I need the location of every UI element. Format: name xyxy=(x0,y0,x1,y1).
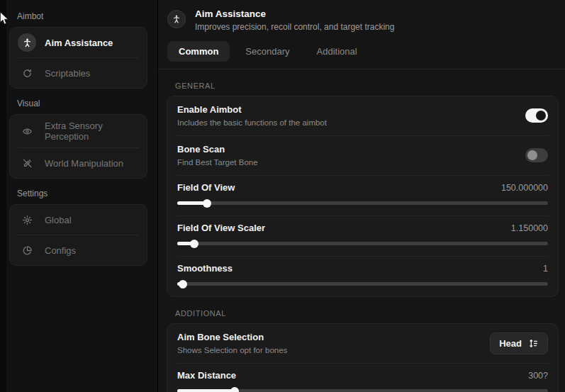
setting-value: 300? xyxy=(528,371,548,381)
setting-description: Shows Selection opt for bones xyxy=(177,346,287,354)
sidebar-group: Extra Sensory PerceptionWorld Manipulati… xyxy=(9,114,147,179)
left-edge-strip xyxy=(0,0,6,392)
sidebar-item-aim-assistance[interactable]: Aim Assistance xyxy=(10,28,147,57)
setting-title: Bone Scan xyxy=(177,144,258,155)
sidebar-item-label: World Manipulation xyxy=(45,158,123,169)
sidebar-item-label: Configs xyxy=(45,245,76,256)
sidebar-item-label: Aim Assistance xyxy=(45,38,113,48)
rotate-icon xyxy=(18,64,36,82)
section-label: ADDITIONAL xyxy=(175,309,559,318)
tab-secondary[interactable]: Secondary xyxy=(234,41,301,62)
aim-person-icon xyxy=(18,33,36,52)
sidebar-item-global[interactable]: Global xyxy=(10,205,147,235)
setting-row-field-of-view-scaler: Field Of View Scaler1.150000 xyxy=(167,216,558,256)
setting-row-smoothness: Smoothness1 xyxy=(167,257,558,296)
sidebar-group: Aim AssistanceScriptables xyxy=(9,27,147,89)
setting-title: Max Distance xyxy=(177,370,236,381)
slider-head: Max Distance300? xyxy=(177,370,548,381)
sidebar-section-label: Visual xyxy=(17,99,147,108)
sidebar-section-label: Aimbot xyxy=(17,11,147,21)
setting-value: 1 xyxy=(543,264,548,274)
slider-track xyxy=(177,389,548,392)
setting-title: Smoothness xyxy=(177,263,233,274)
tab-additional[interactable]: Additional xyxy=(306,41,369,62)
pie-chart-icon xyxy=(18,241,36,259)
eye-icon xyxy=(18,122,36,140)
setting-text: Bone ScanFind Best Target Bone xyxy=(177,144,258,167)
setting-title: Field Of View xyxy=(177,182,235,193)
sidebar-item-scriptables[interactable]: Scriptables xyxy=(10,58,147,88)
slider-head: Field Of View Scaler1.150000 xyxy=(177,223,548,233)
setting-title: Field Of View Scaler xyxy=(177,223,265,233)
sort-icon xyxy=(528,338,539,349)
setting-value: 150.000000 xyxy=(501,183,548,193)
setting-text: Enable AimbotIncludes the basic function… xyxy=(177,104,327,127)
section-label: GENERAL xyxy=(175,82,559,90)
page-header: Aim Assistance Improves precision, recoi… xyxy=(158,0,565,32)
select-value: Head xyxy=(499,338,522,349)
slider-knob[interactable] xyxy=(230,387,239,392)
sidebar-item-configs[interactable]: Configs xyxy=(10,235,147,265)
setting-title: Enable Aimbot xyxy=(177,104,327,115)
slider-field-of-view[interactable] xyxy=(177,198,548,208)
sidebar-section-label: Settings xyxy=(17,189,147,198)
sidebar-item-extra-sensory-perception[interactable]: Extra Sensory Perception xyxy=(10,115,147,147)
setting-text: Aim Bone SelectionShows Selection opt fo… xyxy=(177,332,287,354)
sidebar-item-world-manipulation[interactable]: World Manipulation xyxy=(10,148,147,178)
toggle-enable-aimbot[interactable] xyxy=(525,108,548,123)
setting-row-aim-bone-selection: Aim Bone SelectionShows Selection opt fo… xyxy=(167,324,558,363)
select-aim-bone-selection[interactable]: Head xyxy=(490,332,548,354)
slider-smoothness[interactable] xyxy=(177,279,548,289)
sidebar-item-label: Extra Sensory Perception xyxy=(45,121,139,142)
sidebar-item-label: Scriptables xyxy=(45,68,90,79)
main-panel: Aim Assistance Improves precision, recoi… xyxy=(157,0,565,392)
page-subtitle: Improves precision, recoil control, and … xyxy=(195,22,394,32)
slider-knob[interactable] xyxy=(179,280,187,289)
settings-card: Enable AimbotIncludes the basic function… xyxy=(167,96,559,297)
setting-row-field-of-view: Field Of View150.000000 xyxy=(167,176,558,215)
app-window: AimbotAim AssistanceScriptablesVisualExt… xyxy=(0,0,565,392)
tab-common[interactable]: Common xyxy=(167,41,230,62)
slider-head: Field Of View150.000000 xyxy=(177,182,548,193)
gear-icon xyxy=(18,211,36,229)
slider-field-of-view-scaler[interactable] xyxy=(177,239,548,248)
aim-person-icon xyxy=(167,10,186,28)
page-title: Aim Assistance xyxy=(195,9,394,19)
slider-track xyxy=(177,242,548,245)
sidebar-group: GlobalConfigs xyxy=(9,204,147,266)
header-text: Aim Assistance Improves precision, recoi… xyxy=(195,9,394,32)
pencil-slash-icon xyxy=(18,154,36,172)
setting-row-max-distance: Max Distance300? xyxy=(167,364,558,392)
setting-description: Includes the basic functions of the aimb… xyxy=(177,118,327,127)
toggle-knob xyxy=(536,111,546,121)
slider-track xyxy=(177,201,548,205)
sidebar: AimbotAim AssistanceScriptablesVisualExt… xyxy=(6,0,157,392)
setting-value: 1.150000 xyxy=(511,223,548,233)
setting-title: Aim Bone Selection xyxy=(177,332,287,342)
setting-row-enable-aimbot: Enable AimbotIncludes the basic function… xyxy=(167,96,558,135)
slider-knob[interactable] xyxy=(190,240,198,248)
toggle-bone-scan[interactable] xyxy=(525,148,548,162)
tab-bar: CommonSecondaryAdditional xyxy=(158,32,565,69)
sidebar-item-label: Global xyxy=(45,215,72,225)
slider-knob[interactable] xyxy=(203,199,211,208)
setting-description: Find Best Target Bone xyxy=(177,158,258,167)
slider-track xyxy=(177,282,548,286)
slider-head: Smoothness1 xyxy=(177,263,548,274)
slider-max-distance[interactable] xyxy=(177,386,548,392)
setting-row-bone-scan: Bone ScanFind Best Target Bone xyxy=(167,136,558,175)
settings-card: Aim Bone SelectionShows Selection opt fo… xyxy=(167,323,559,392)
settings-content: GENERALEnable AimbotIncludes the basic f… xyxy=(158,69,565,392)
toggle-knob xyxy=(527,150,537,160)
